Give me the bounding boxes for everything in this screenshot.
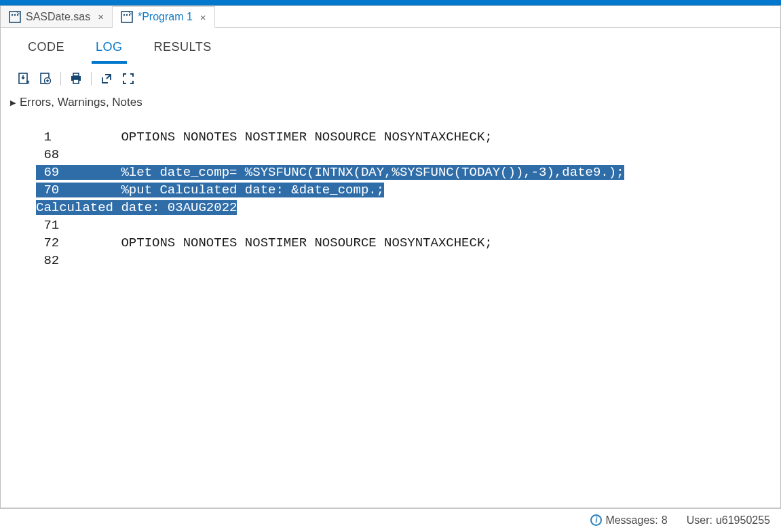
svg-point-7 (129, 14, 130, 16)
log-line: Calculated date: 03AUG2022 (36, 199, 745, 216)
fullscreen-icon[interactable] (120, 71, 136, 86)
popout-icon[interactable] (98, 71, 115, 86)
status-messages[interactable]: i Messages: 8 (590, 514, 667, 527)
caret-right-icon: ▶ (10, 98, 16, 107)
print-icon[interactable] (68, 71, 84, 86)
errors-warnings-notes-toggle[interactable]: ▶ Errors, Warnings, Notes (1, 93, 780, 116)
log-line: 70 %put Calculated date: &date_comp.; (36, 181, 745, 199)
editor-panel: SASDate.sas × *Program 1 × CODE LOG RESU… (0, 5, 781, 508)
log-output[interactable]: 1 OPTIONS NONOTES NOSTIMER NOSOURCE NOSY… (1, 116, 780, 282)
svg-point-5 (123, 14, 125, 16)
export-log-icon[interactable] (37, 71, 54, 86)
close-icon[interactable]: × (95, 11, 104, 22)
toolbar-divider (91, 72, 92, 86)
file-tab-program1[interactable]: *Program 1 × (113, 6, 215, 28)
collapse-label: Errors, Warnings, Notes (20, 96, 142, 109)
download-log-icon[interactable] (16, 71, 32, 86)
status-bar: i Messages: 8 User: u61950255 (0, 508, 781, 531)
svg-rect-11 (73, 73, 79, 76)
sas-file-icon (9, 11, 21, 23)
info-icon: i (590, 514, 602, 526)
log-line: 1 OPTIONS NONOTES NOSTIMER NOSOURCE NOSY… (36, 128, 745, 146)
user-label: User: (687, 514, 712, 527)
view-tab-log[interactable]: LOG (92, 37, 127, 64)
log-toolbar (1, 64, 780, 93)
close-icon[interactable]: × (197, 12, 206, 23)
messages-label: Messages: (605, 514, 658, 527)
log-line: 69 %let date_comp= %SYSFUNC(INTNX(DAY,%S… (36, 164, 745, 181)
log-line: 82 (36, 252, 745, 269)
status-user: User: u61950255 (687, 514, 770, 527)
user-value: u61950255 (716, 514, 770, 527)
view-tab-strip: CODE LOG RESULTS (1, 28, 780, 64)
title-bar (0, 0, 781, 5)
view-tab-results[interactable]: RESULTS (150, 37, 216, 64)
svg-point-3 (17, 14, 18, 15)
toolbar-divider (60, 72, 61, 86)
view-tab-code[interactable]: CODE (24, 37, 69, 64)
svg-point-6 (126, 14, 128, 16)
file-tab-strip: SASDate.sas × *Program 1 × (1, 6, 780, 28)
log-line: 68 (36, 146, 745, 164)
sas-file-icon (121, 11, 133, 23)
file-tab-label: SASDate.sas (26, 11, 90, 23)
svg-rect-13 (73, 79, 79, 83)
log-line: 71 (36, 216, 745, 234)
file-tab-label: *Program 1 (138, 11, 193, 23)
svg-point-2 (14, 14, 16, 15)
messages-count: 8 (662, 514, 668, 527)
file-tab-sasdate[interactable]: SASDate.sas × (1, 6, 113, 27)
svg-point-1 (12, 14, 13, 15)
log-line: 72 OPTIONS NONOTES NOSTIMER NOSOURCE NOS… (36, 234, 745, 252)
